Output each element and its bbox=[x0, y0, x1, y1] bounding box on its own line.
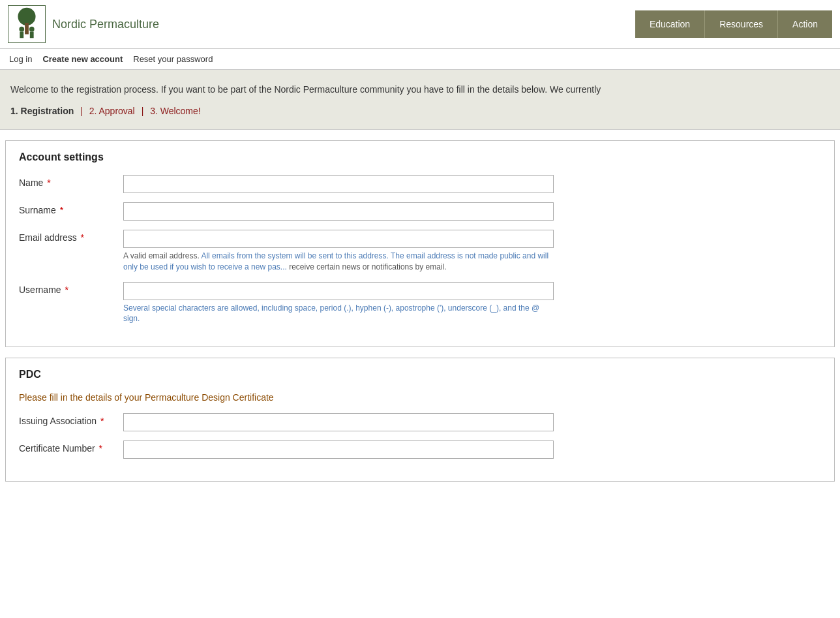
step-2-label: 2. Approval bbox=[89, 106, 135, 116]
issuing-association-required: * bbox=[98, 416, 104, 426]
logo-area: Nordic Permaculture bbox=[8, 5, 159, 43]
issuing-association-input-wrap bbox=[123, 413, 821, 431]
step-3-label: 3. Welcome! bbox=[150, 106, 201, 116]
site-title: Nordic Permaculture bbox=[52, 18, 159, 31]
name-input[interactable] bbox=[123, 175, 554, 193]
issuing-association-row: Issuing Association * bbox=[19, 413, 821, 431]
name-input-wrap bbox=[123, 175, 821, 193]
email-hint: A valid email address. All emails from t… bbox=[123, 251, 554, 273]
certificate-number-input[interactable] bbox=[123, 440, 554, 459]
tab-login[interactable]: Log in bbox=[5, 53, 36, 65]
steps-text: 1. Registration | 2. Approval | 3. Welco… bbox=[10, 106, 830, 116]
email-row: Email address * A valid email address. A… bbox=[19, 230, 821, 273]
username-row: Username * Several special characters ar… bbox=[19, 282, 821, 325]
certificate-number-label: Certificate Number * bbox=[19, 440, 123, 454]
svg-rect-6 bbox=[30, 32, 34, 39]
name-label: Name * bbox=[19, 175, 123, 188]
svg-point-5 bbox=[29, 27, 35, 32]
svg-rect-2 bbox=[25, 23, 29, 34]
svg-rect-4 bbox=[20, 32, 23, 39]
pdc-title: PDC bbox=[19, 369, 821, 380]
tab-bar: Log in Create new account Reset your pas… bbox=[0, 49, 840, 70]
username-input[interactable] bbox=[123, 282, 554, 300]
tab-reset-password[interactable]: Reset your password bbox=[129, 53, 217, 65]
certificate-number-input-wrap bbox=[123, 440, 821, 459]
welcome-message: Welcome to the registration process. If … bbox=[10, 84, 601, 95]
certificate-number-row: Certificate Number * bbox=[19, 440, 821, 459]
account-settings-title: Account settings bbox=[19, 151, 821, 163]
welcome-text: Welcome to the registration process. If … bbox=[10, 83, 830, 97]
nav-education[interactable]: Education bbox=[635, 10, 705, 38]
email-input-wrap: A valid email address. All emails from t… bbox=[123, 230, 821, 273]
surname-input[interactable] bbox=[123, 202, 554, 221]
username-hint: Several special characters are allowed, … bbox=[123, 303, 554, 325]
pdc-subtitle: Please fill in the details of your Perma… bbox=[19, 392, 821, 403]
issuing-association-input[interactable] bbox=[123, 413, 554, 431]
pdc-section: PDC Please fill in the details of your P… bbox=[5, 358, 835, 482]
welcome-banner: Welcome to the registration process. If … bbox=[0, 70, 840, 130]
email-required: * bbox=[78, 232, 84, 243]
site-header: Nordic Permaculture Education Resources … bbox=[0, 0, 840, 49]
surname-input-wrap bbox=[123, 202, 821, 221]
surname-row: Surname * bbox=[19, 202, 821, 221]
name-required: * bbox=[44, 178, 50, 188]
nav-action[interactable]: Action bbox=[778, 10, 832, 38]
nav-resources[interactable]: Resources bbox=[705, 10, 778, 38]
step-sep-2: | bbox=[142, 106, 144, 116]
tab-create-account[interactable]: Create new account bbox=[38, 53, 127, 65]
main-navigation: Education Resources Action bbox=[635, 10, 832, 38]
username-input-wrap: Several special characters are allowed, … bbox=[123, 282, 821, 325]
account-settings-section: Account settings Name * Surname * Email … bbox=[5, 140, 835, 347]
issuing-association-label: Issuing Association * bbox=[19, 413, 123, 426]
name-row: Name * bbox=[19, 175, 821, 193]
step-sep-1: | bbox=[80, 106, 83, 116]
username-required: * bbox=[63, 285, 68, 295]
step-1-label: 1. Registration bbox=[10, 106, 74, 116]
site-logo bbox=[8, 5, 46, 43]
surname-label: Surname * bbox=[19, 202, 123, 215]
svg-point-1 bbox=[18, 8, 35, 25]
username-label: Username * bbox=[19, 282, 123, 295]
email-label: Email address * bbox=[19, 230, 123, 243]
surname-required: * bbox=[57, 205, 63, 215]
email-input[interactable] bbox=[123, 230, 554, 248]
svg-point-3 bbox=[19, 27, 24, 32]
certificate-number-required: * bbox=[97, 443, 102, 454]
